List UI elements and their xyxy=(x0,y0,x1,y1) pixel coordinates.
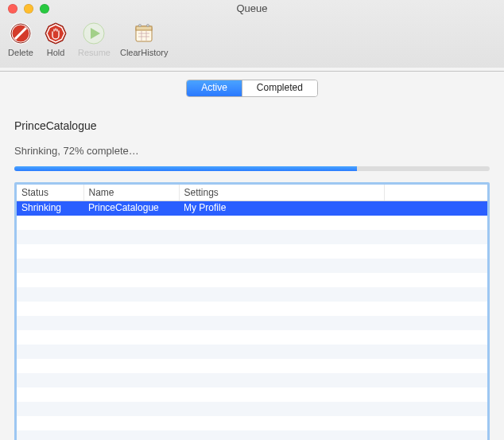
table-row-empty xyxy=(17,359,487,373)
clear-history-button[interactable]: ClearHistory xyxy=(120,21,169,57)
table-row-empty xyxy=(17,273,487,287)
delete-label: Delete xyxy=(8,48,33,57)
table-row-empty xyxy=(17,345,487,359)
calendar-icon xyxy=(131,21,157,46)
cell-spare xyxy=(384,201,487,216)
table-row-empty xyxy=(17,316,487,330)
table-row-empty xyxy=(17,416,487,430)
cell-settings: My Profile xyxy=(179,201,384,216)
resume-button[interactable]: Resume xyxy=(78,21,110,57)
svg-marker-4 xyxy=(45,23,66,44)
clear-history-label: ClearHistory xyxy=(120,48,169,57)
content: Active Completed PrinceCatalogue Shrinki… xyxy=(0,80,504,440)
table-row-empty xyxy=(17,330,487,345)
delete-button[interactable]: Delete xyxy=(8,21,33,57)
table-row-empty xyxy=(17,402,487,416)
titlebar: Queue xyxy=(0,0,504,18)
table-row-empty xyxy=(17,430,487,441)
minimize-window-button[interactable] xyxy=(24,4,33,14)
hold-button[interactable]: Hold xyxy=(43,21,68,57)
table-row-empty xyxy=(17,244,487,259)
table-row[interactable]: ShrinkingPrinceCatalogueMy Profile xyxy=(17,201,487,216)
hold-label: Hold xyxy=(47,48,65,57)
play-icon xyxy=(81,21,107,46)
header-settings[interactable]: Settings xyxy=(179,185,384,201)
toolbar: Delete Hold Resume xyxy=(0,18,504,72)
tab-bar: Active Completed xyxy=(0,80,504,97)
job-status-text: Shrinking, 72% complete… xyxy=(14,145,490,157)
cell-status: Shrinking xyxy=(17,201,83,216)
cell-name: PrinceCatalogue xyxy=(83,201,179,216)
header-spare[interactable] xyxy=(384,185,487,201)
table-row-empty xyxy=(17,302,487,316)
table-row-empty xyxy=(17,287,487,302)
tab-active[interactable]: Active xyxy=(187,80,242,96)
table-header-row: Status Name Settings xyxy=(17,185,487,201)
stop-hand-icon xyxy=(43,21,68,46)
close-window-button[interactable] xyxy=(8,4,17,14)
svg-rect-9 xyxy=(136,26,152,30)
table-row-empty xyxy=(17,216,487,230)
tab-completed[interactable]: Completed xyxy=(242,80,317,96)
resume-label: Resume xyxy=(78,48,110,57)
queue-window: Queue Delete Hold xyxy=(0,0,504,440)
segmented-control: Active Completed xyxy=(186,80,318,97)
header-status[interactable]: Status xyxy=(17,185,83,201)
table-row-empty xyxy=(17,259,487,273)
prohibit-icon xyxy=(8,21,33,46)
svg-point-11 xyxy=(147,24,149,26)
job-name: PrinceCatalogue xyxy=(14,119,490,132)
progress-bar xyxy=(14,166,357,171)
table-row-empty xyxy=(17,387,487,402)
table-row-empty xyxy=(17,373,487,387)
window-controls xyxy=(0,4,49,14)
window-title: Queue xyxy=(236,2,267,14)
job-panel: PrinceCatalogue Shrinking, 72% complete… xyxy=(14,119,490,171)
zoom-window-button[interactable] xyxy=(40,4,49,14)
table-row-empty xyxy=(17,230,487,244)
header-name[interactable]: Name xyxy=(83,185,179,201)
svg-point-10 xyxy=(139,24,142,26)
queue-table[interactable]: Status Name Settings ShrinkingPrinceCata… xyxy=(14,182,490,440)
progress-track xyxy=(14,166,490,171)
